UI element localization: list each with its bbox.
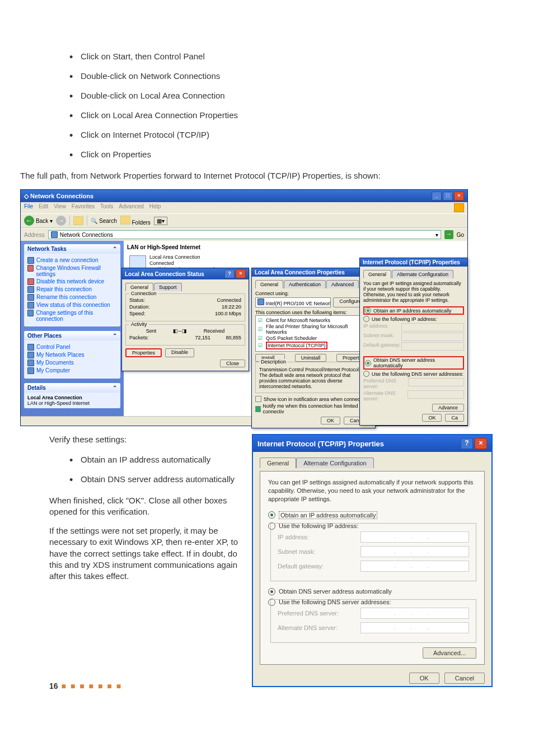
collapse-icon[interactable]: ⌃ [113, 333, 117, 339]
menu-tools[interactable]: Tools [100, 203, 113, 212]
help-icon[interactable]: ? [224, 269, 235, 278]
other-item[interactable]: My Computer [27, 367, 117, 374]
details-line: Local Area Connection [27, 395, 117, 400]
close-icon[interactable]: × [454, 192, 464, 200]
other-item[interactable]: Control Panel [27, 344, 117, 351]
ip-address-field: . . . [360, 531, 469, 543]
radio-use-ip[interactable]: Use the following IP address: [372, 316, 437, 322]
forward-icon[interactable]: → [56, 216, 66, 226]
radio-icon[interactable] [268, 511, 275, 519]
note-paragraph: If the settings were not set properly, i… [49, 525, 240, 582]
help-icon[interactable]: ? [461, 438, 473, 449]
speed-label: Speed: [129, 311, 146, 316]
folders-button[interactable]: Folders [120, 216, 151, 226]
collapse-icon[interactable]: ⌃ [113, 246, 117, 252]
tab-general[interactable]: General [125, 283, 153, 291]
tab-general[interactable]: General [363, 270, 391, 278]
place-icon [27, 352, 34, 358]
tab-advanced[interactable]: Advanced [326, 280, 359, 288]
other-item[interactable]: My Network Places [27, 352, 117, 358]
radio-icon[interactable] [365, 307, 371, 314]
activity-icon: ◧─◨ [173, 328, 186, 334]
other-item[interactable]: My Documents [27, 360, 117, 366]
menu-edit[interactable]: Edit [39, 203, 48, 212]
task-item[interactable]: Repair this connection [27, 286, 117, 293]
list-item[interactable]: Client for Microsoft Networks [266, 318, 330, 323]
tab-auth[interactable]: Authentication [284, 280, 326, 288]
subnet-field: . . . [360, 546, 469, 557]
radio-icon[interactable] [363, 316, 369, 322]
ok-button[interactable]: OK [422, 414, 442, 422]
instruction-item: Double-click on Network Connections [81, 70, 485, 82]
sent-label: Sent [146, 328, 157, 334]
radio-icon[interactable] [363, 371, 369, 377]
tab-alt[interactable]: Alternate Configuration [392, 270, 453, 278]
search-button[interactable]: 🔍 Search [91, 218, 116, 224]
uninstall-button[interactable]: Uninstall [295, 354, 327, 362]
tab-general[interactable]: General [260, 458, 296, 468]
instruction-item: Double-click on Local Area Connection [81, 90, 485, 101]
checkbox-icon[interactable] [255, 396, 261, 402]
radio-icon[interactable] [268, 588, 275, 595]
address-input[interactable]: Network Connections ▾ [48, 230, 441, 239]
ok-button[interactable]: OK [321, 417, 340, 424]
tab-alternate-config[interactable]: Alternate Configuration [296, 458, 374, 468]
verify-item: Obtain DNS server address automatically [81, 473, 240, 485]
task-item[interactable]: Disable this network device [27, 278, 117, 285]
close-icon[interactable]: × [236, 269, 246, 278]
task-item[interactable]: Change settings of this connection [27, 310, 117, 322]
cancel-button[interactable]: Cancel [444, 673, 485, 684]
disable-button[interactable]: Disable [165, 348, 194, 357]
menu-advanced[interactable]: Advanced [119, 203, 143, 212]
tcpip-small-titlebar: Internet Protocol (TCP/IP) Properties [360, 258, 467, 267]
maximize-icon[interactable]: □ [443, 192, 453, 200]
connection-name: Local Area Connection [149, 254, 200, 260]
minimize-icon[interactable]: _ [432, 192, 442, 200]
list-item[interactable]: QoS Packet Scheduler [266, 335, 317, 341]
sidebar-details-head: Details [27, 385, 46, 391]
tab-support[interactable]: Support [154, 283, 182, 291]
up-folder-icon[interactable] [73, 216, 83, 225]
radio-obtain-dns[interactable]: Obtain DNS server address automatically [268, 588, 476, 595]
collapse-icon[interactable]: ⌃ [113, 385, 117, 391]
radio-icon[interactable] [365, 360, 371, 366]
gateway-label: Default gateway: [363, 342, 401, 351]
activity-legend: Activity [129, 321, 149, 327]
advanced-button[interactable]: Advanced... [423, 647, 476, 659]
ip-label: IP address: [363, 323, 388, 332]
intro-paragraph: The full path, from Network Properties f… [20, 170, 485, 181]
instruction-item: Click on Properties [81, 148, 485, 160]
packets-sent: 72,151 [195, 335, 210, 340]
close-button[interactable]: Close [220, 360, 245, 367]
back-icon[interactable]: ← [24, 216, 34, 226]
radio-use-dns[interactable]: Use the following DNS server addresses: [372, 371, 463, 377]
ip-field [401, 323, 464, 332]
radio-obtain-ip[interactable]: Obtain an IP address automatically [373, 308, 451, 314]
packets-recv: 80,855 [226, 335, 241, 340]
list-item[interactable]: File and Printer Sharing for Microsoft N… [266, 324, 369, 335]
tab-general[interactable]: General [255, 280, 283, 288]
list-item-tcpip[interactable]: Internet Protocol (TCP/IP) [266, 342, 327, 349]
address-label: Address [24, 232, 45, 238]
close-icon[interactable]: × [475, 438, 487, 449]
task-item[interactable]: View status of this connection [27, 302, 117, 309]
ok-button[interactable]: OK [409, 673, 439, 684]
task-item[interactable]: Create a new connection [27, 257, 117, 264]
items-listbox[interactable]: Client for Microsoft Networks File and P… [255, 315, 372, 352]
radio-obtain-ip[interactable]: Obtain an IP address automatically [268, 511, 476, 519]
views-icon[interactable]: ▦▾ [154, 217, 167, 225]
cancel-button[interactable]: Ca [445, 414, 464, 422]
menu-help[interactable]: Help [149, 203, 161, 212]
go-icon[interactable]: → [444, 230, 453, 239]
properties-button[interactable]: Properties [125, 348, 162, 357]
task-item[interactable]: Rename this connection [27, 294, 117, 301]
menu-file[interactable]: File [24, 203, 33, 212]
menu-view[interactable]: View [54, 203, 66, 212]
radio-obtain-dns[interactable]: Obtain DNS server address automatically [373, 357, 462, 368]
checkbox-icon[interactable] [255, 406, 261, 412]
task-item[interactable]: Change Windows Firewall settings [27, 265, 117, 277]
advanced-button[interactable]: Advance [432, 404, 464, 412]
menu-favorites[interactable]: Favorites [72, 203, 95, 212]
tcpip-title-text: Internet Protocol (TCP/IP) Properties [257, 440, 384, 448]
notify-label: Notify me when this connection has limit… [263, 403, 372, 414]
